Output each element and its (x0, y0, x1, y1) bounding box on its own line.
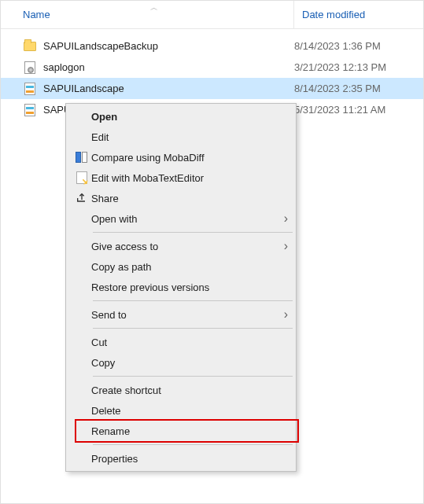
ctx-label: Share (91, 193, 288, 204)
ctx-edit-mobatext[interactable]: Edit with MobaTextEditor (68, 167, 294, 188)
ctx-copy-path[interactable]: Copy as path (68, 256, 294, 277)
ctx-label: Compare using MobaDiff (91, 152, 288, 164)
ctx-open[interactable]: Open (68, 106, 294, 127)
file-date: 8/14/2023 2:35 PM (294, 83, 381, 94)
file-date: 3/21/2023 12:13 PM (294, 61, 386, 73)
ctx-properties[interactable]: Properties (68, 448, 294, 469)
compare-icon (72, 152, 91, 163)
ctx-create-shortcut[interactable]: Create shortcut (68, 380, 294, 400)
edit-file-icon (72, 171, 91, 184)
file-date: 5/31/2023 11:21 AM (294, 104, 385, 116)
ctx-delete[interactable]: Delete (68, 400, 294, 421)
ctx-share[interactable]: Share (68, 188, 294, 208)
ctx-cut[interactable]: Cut (68, 332, 294, 352)
ctx-label: Give access to (91, 241, 284, 252)
ctx-send-to[interactable]: Send to › (68, 304, 294, 325)
ctx-restore-versions[interactable]: Restore previous versions (68, 277, 294, 297)
share-icon (72, 192, 91, 204)
file-date: 8/14/2023 1:36 PM (294, 40, 381, 52)
folder-icon (23, 39, 37, 53)
separator (93, 444, 293, 445)
ctx-label: Restore previous versions (91, 281, 288, 293)
ctx-label: Properties (91, 453, 288, 465)
file-row-xml-selected[interactable]: SAPUILandscape 8/14/2023 2:35 PM (1, 78, 423, 99)
ctx-label: Rename (91, 425, 288, 437)
file-name: SAPUILandscapeBackup (43, 40, 294, 52)
ctx-open-with[interactable]: Open with › (68, 208, 294, 229)
column-header-date[interactable]: Date modified (294, 1, 423, 28)
chevron-right-icon: › (284, 212, 288, 226)
chevron-right-icon: › (284, 307, 288, 322)
context-menu: Open Edit Compare using MobaDiff Edit wi… (65, 103, 297, 472)
ctx-give-access[interactable]: Give access to › (68, 236, 294, 256)
ctx-compare-mobadiff[interactable]: Compare using MobaDiff (68, 147, 294, 167)
file-row-ini[interactable]: saplogon 3/21/2023 12:13 PM (1, 57, 423, 78)
ctx-label: Create shortcut (91, 384, 288, 396)
xml-file-icon (23, 82, 37, 96)
ctx-label: Copy as path (91, 261, 288, 273)
column-header-row: ︿ Name Date modified (1, 1, 423, 29)
chevron-right-icon: › (284, 239, 288, 253)
file-row-folder[interactable]: SAPUILandscapeBackup 8/14/2023 1:36 PM (1, 35, 423, 57)
ini-file-icon (23, 61, 37, 75)
ctx-edit[interactable]: Edit (68, 127, 294, 147)
ctx-label: Cut (91, 337, 288, 348)
ctx-label: Delete (91, 405, 288, 417)
separator (93, 376, 293, 377)
xml-file-icon (23, 103, 37, 117)
sort-indicator-icon: ︿ (150, 2, 158, 13)
file-name: SAPUILandscape (43, 83, 294, 94)
file-name: saplogon (43, 61, 294, 73)
ctx-label: Open (91, 111, 288, 123)
ctx-rename[interactable]: Rename (68, 421, 294, 441)
separator (93, 232, 293, 233)
ctx-copy[interactable]: Copy (68, 352, 294, 373)
ctx-label: Copy (91, 357, 288, 369)
separator (93, 328, 293, 329)
separator (93, 300, 293, 301)
column-header-name[interactable]: Name (1, 1, 294, 28)
ctx-label: Send to (91, 309, 284, 321)
ctx-label: Edit with MobaTextEditor (91, 172, 288, 184)
ctx-label: Open with (91, 213, 284, 225)
ctx-label: Edit (91, 131, 288, 143)
